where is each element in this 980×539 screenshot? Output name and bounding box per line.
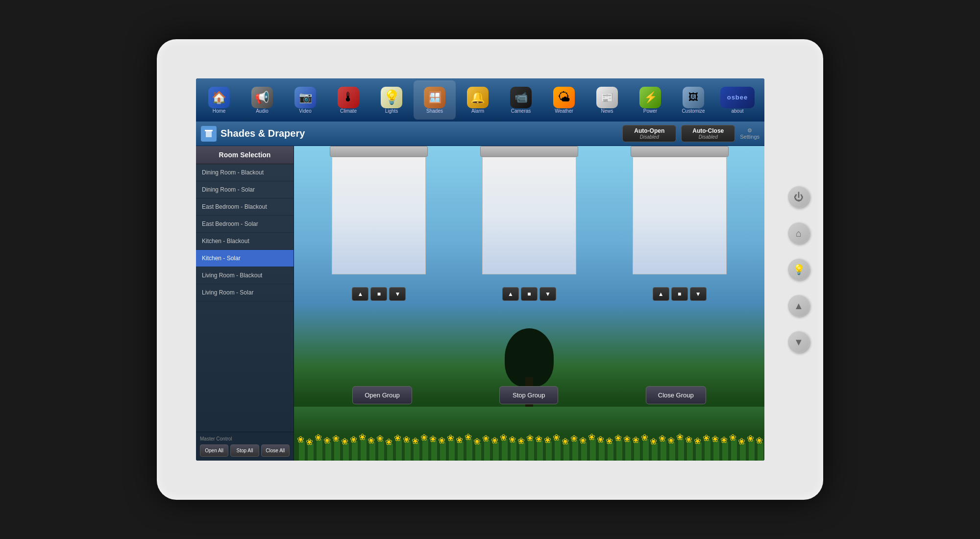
nav-item-video[interactable]: 📷 Video [284,80,326,120]
shade-content: ▲ ■ ▼ ▲ [294,146,764,461]
alarm-icon: 🔔 [467,87,489,108]
close-all-button[interactable]: Close All [261,444,290,457]
power-icon: ⚡ [639,87,661,108]
sidebar-item-dining-blackout[interactable]: Dining Room - Blackout [196,164,294,181]
auto-close-button[interactable]: Auto-Close Disabled [681,125,735,142]
shade-rail-3 [631,146,729,157]
nav-item-alarm[interactable]: 🔔 Alarm [457,80,499,120]
down-side-button[interactable]: ▼ [788,331,809,353]
flower [705,440,710,461]
sidebar-title: Room Selection [196,146,294,164]
nav-label-power: Power [643,108,657,114]
sidebar: Room Selection Dining Room - Blackout Di… [196,146,294,461]
auto-open-label: Auto-Open [630,127,669,134]
master-control-label: Master Control [200,436,290,441]
shade-panel-2: ▲ ■ ▼ [480,146,578,301]
flower [608,442,613,461]
nav-item-customize[interactable]: 🖼 Customize [672,80,714,120]
flower [546,441,552,461]
shade-controls-1: ▲ ■ ▼ [352,287,406,301]
nav-item-lights[interactable]: 💡 Lights [370,80,413,120]
flower [334,440,340,461]
flower [484,440,490,461]
flower [511,441,516,461]
lights-side-button[interactable]: 💡 [788,259,809,280]
flower [405,441,411,461]
sidebar-item-kitchen-solar[interactable]: Kitchen - Solar [196,250,294,267]
nav-label-news: News [601,108,613,114]
nav-item-climate[interactable]: 🌡 Climate [327,80,369,120]
sidebar-item-east-blackout[interactable]: East Bedroom - Blackout [196,198,294,216]
nav-item-audio[interactable]: 📢 Audio [241,80,283,120]
up-side-button[interactable]: ▲ [788,295,809,317]
sidebar-item-living-blackout[interactable]: Living Room - Blackout [196,267,294,284]
sidebar-item-east-solar[interactable]: East Bedroom - Solar [196,216,294,233]
auto-close-status: Disabled [688,134,728,140]
flower [740,443,746,461]
stop-group-button[interactable]: Stop Group [499,386,558,404]
shade-up-button-3[interactable]: ▲ [653,287,669,301]
nav-item-about[interactable]: osbee about [715,80,760,120]
flower [343,443,349,461]
shade-stop-button-1[interactable]: ■ [370,287,387,301]
shade-fabric-1 [332,157,426,274]
flower [475,443,481,461]
flower [669,442,675,461]
flower [749,440,755,461]
top-nav: 🏠 Home 📢 Audio 📷 Video 🌡 Climate 💡 Light… [196,78,764,122]
nav-label-customize: Customize [682,108,705,114]
group-controls: Open Group Stop Group Close Group [294,386,764,404]
settings-button[interactable]: ⚙ Settings [740,127,760,140]
flower [590,439,596,461]
shade-down-button-2[interactable]: ▼ [539,287,556,301]
flower-field [294,407,764,461]
close-group-button[interactable]: Close Group [646,386,706,404]
nav-item-shades[interactable]: 🪟 Shades [414,80,456,120]
nav-item-weather[interactable]: 🌤 Weather [543,80,585,120]
shade-down-button-1[interactable]: ▼ [389,287,406,301]
home-side-button[interactable]: ⌂ [788,222,809,244]
auto-open-status: Disabled [630,134,669,140]
flower [519,442,525,461]
shade-rail-1 [330,146,428,157]
shade-controls-3: ▲ ■ ▼ [653,287,707,301]
open-all-button[interactable]: Open All [200,444,228,457]
flower [387,443,393,461]
page-title: Shades & Drapery [220,128,305,139]
flower [599,441,605,461]
audio-icon: 📢 [251,87,273,108]
flower [458,441,464,461]
nav-item-power[interactable]: ⚡ Power [629,80,671,120]
nav-item-cameras[interactable]: 📹 Cameras [500,80,542,120]
shade-up-button-2[interactable]: ▲ [502,287,519,301]
nav-label-weather: Weather [555,108,573,114]
open-group-button[interactable]: Open Group [352,386,412,404]
shades-header-icon [201,126,217,142]
flower [687,441,693,461]
flower [440,442,446,461]
stop-all-button[interactable]: Stop All [230,444,259,457]
flower [625,441,631,461]
nav-item-home[interactable]: 🏠 Home [198,80,240,120]
shade-up-button-1[interactable]: ▲ [352,287,368,301]
sidebar-item-dining-solar[interactable]: Dining Room - Solar [196,181,294,198]
climate-icon: 🌡 [338,87,359,108]
shade-stop-button-3[interactable]: ■ [671,287,688,301]
nav-label-audio: Audio [256,108,269,114]
sidebar-item-living-solar[interactable]: Living Room - Solar [196,284,294,301]
power-side-button[interactable]: ⏻ [788,186,809,208]
body-area: Room Selection Dining Room - Blackout Di… [196,146,764,461]
sidebar-item-kitchen-blackout[interactable]: Kitchen - Blackout [196,233,294,250]
lights-icon: 💡 [381,87,402,108]
auto-open-button[interactable]: Auto-Open Disabled [622,125,676,142]
shade-stop-button-2[interactable]: ■ [521,287,538,301]
customize-icon: 🖼 [683,87,704,108]
flower [678,439,684,461]
nav-label-cameras: Cameras [511,108,531,114]
shade-window-2 [480,146,578,283]
shade-down-button-3[interactable]: ▼ [690,287,707,301]
flower [652,443,658,461]
header-title: Shades & Drapery [201,126,617,142]
shade-fabric-2 [482,157,576,274]
nav-item-news[interactable]: 📰 News [586,80,628,120]
